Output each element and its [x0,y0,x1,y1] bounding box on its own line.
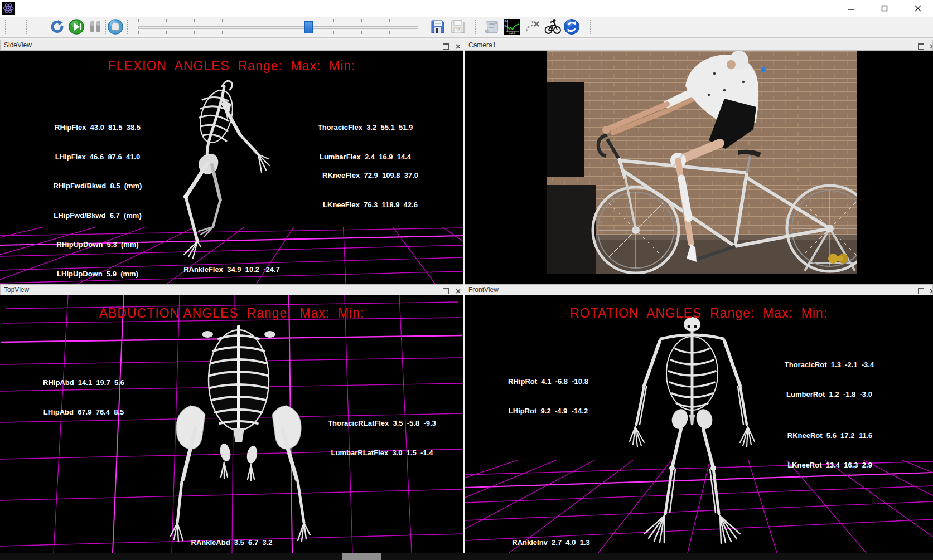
sync-icon[interactable] [563,18,580,35]
svg-text:?: ? [456,27,460,33]
rotation-heading: ROTATION ANGLES Range: Max: Min: [465,306,933,321]
measurement-line: RAnkleAbd 3.5 6.7 3.2 [0,538,463,548]
maximize-icon[interactable] [872,0,897,17]
measurement-line: LHipFwd/Bkwd 6.7 (mm) [28,211,167,221]
float-panel-icon[interactable] [918,288,924,294]
frontview-3d-viewport[interactable]: ROTATION ANGLES Range: Max: Min: RHipRot… [465,295,933,553]
hip-rot-measurements: RHipRot 4.1 -6.8 -10.8 LHipRot 9.2 -4.9 … [498,357,598,435]
camera-led [761,67,766,72]
atom-icon [2,2,15,15]
close-icon[interactable] [905,0,931,17]
toolbar-grip[interactable] [590,20,593,34]
panel-title: SideView [4,41,32,49]
panel-header-topview[interactable]: TopView [0,284,463,295]
ankle-flex-measurements: RAnkleFlex 34.9 10.2 -24.7 LAnkleFlex 32… [0,245,463,284]
measurement-line: RAnkleFlex 34.9 10.2 -24.7 [0,265,463,275]
toolbar: ? 0.4 0.2 1 2 3 [0,17,933,38]
trunk-rot-measurements: ThoracicRot 1.3 -2.1 -3.4 LumberRot 1.2 … [779,340,879,418]
dark-equipment [547,82,584,177]
float-panel-icon[interactable] [443,43,449,50]
ankle-abd-measurements: RAnkleAbd 3.5 6.7 3.2 LAnkleAbd 6.0 7.1 … [0,518,463,553]
toolbar-grip[interactable] [127,20,129,34]
float-panel-icon[interactable] [918,43,924,50]
rider-face [727,60,736,69]
measurement-line: LKneeFlex 76.3 118.9 42.6 [306,200,434,210]
measurement-line: LKneeRot 13.4 16.3 2.9 [780,460,880,470]
title-bar[interactable] [0,0,933,17]
play-icon[interactable] [68,18,85,35]
report-icon[interactable] [483,18,500,35]
stop-icon[interactable] [107,18,124,35]
float-panel-icon[interactable] [443,288,449,294]
minimize-icon[interactable] [838,0,864,17]
save-icon[interactable] [429,18,446,35]
toolbar-grip[interactable] [26,20,28,34]
cyclist-icon[interactable] [544,18,561,35]
measurement-line: LHipFlex 46.6 87.6 41.0 [28,152,167,162]
camera-video-frame [547,51,857,274]
taskbar-item[interactable] [342,553,381,560]
measurement-line: RAnkleInv 2.7 4.0 1.3 [501,538,601,548]
application-window: ? 0.4 0.2 1 2 3 [0,0,933,560]
measurement-line: RKneeRot 5.6 17.2 11.6 [780,431,880,441]
svg-text:0.4: 0.4 [505,20,509,23]
panel-title: TopView [4,286,29,294]
trunk-latflex-measurements: ThoracicRLatFlex 3.5 -5.8 -9.3 LumbarRLa… [312,399,452,477]
replay-icon[interactable] [49,18,66,35]
measurement-line: RHipRot 4.1 -6.8 -10.8 [498,377,598,387]
measurement-line: LumbarRLatFlex 3.0 1.5 -1.4 [312,448,452,458]
measurement-line: RHipFlex 43.0 81.5 38.5 [28,123,167,133]
panel-header-frontview[interactable]: FrontView [465,284,933,295]
panel-header-sideview[interactable]: SideView [0,40,463,51]
panel-title: Camera1 [468,41,496,49]
measurement-line: ThoracicRot 1.3 -2.1 -3.4 [779,360,879,370]
close-panel-icon[interactable] [455,287,461,293]
flexion-heading: FLEXION ANGLES Range: Max: Min: [0,59,463,74]
knee-flex-measurements: RKneeFlex 72.9 109.8 37.0 LKneeFlex 76.3… [306,151,434,229]
close-panel-icon[interactable] [929,42,933,48]
chart-icon[interactable]: 0.4 0.2 1 2 3 [504,18,520,35]
measurement-line: RHipFwd/Bkwd 8.5 (mm) [28,181,167,191]
sideview-3d-viewport[interactable]: FLEXION ANGLES Range: Max: Min: RHipFlex… [0,51,463,284]
measurement-line: RHipAbd 14.1 19.7 5.6 [25,378,142,388]
panel-title: FrontView [468,286,499,294]
save-as-icon[interactable]: ? [449,18,466,35]
svg-text:1 2 3: 1 2 3 [509,32,515,35]
pause-icon[interactable] [87,18,104,35]
panel-header-camera1[interactable]: Camera1 [465,40,933,51]
measurement-line: RKneeFlex 72.9 109.8 37.0 [306,171,434,181]
close-panel-icon[interactable] [929,287,933,293]
svg-text:0.2: 0.2 [505,25,509,27]
measurement-line: LHipAbd 67.9 76.4 8.5 [25,407,142,417]
slider-ticks-bottom [138,31,417,34]
slider-ticks-top [138,19,417,22]
topview-3d-viewport[interactable]: ABDUCTION ANGLES Range: Max: Min: RHipAb… [0,295,463,553]
ankle-inv-measurements: RAnkleInv 2.7 4.0 1.3 LAnkleInv 6.2 3.6 … [501,518,601,553]
timeline-slider[interactable] [138,26,418,29]
camera1-video-viewport[interactable] [465,51,933,284]
measurement-line: ThoracicRLatFlex 3.5 -5.8 -9.3 [312,418,452,428]
hip-abd-measurements: RHipAbd 14.1 19.7 5.6 LHipAbd 67.9 76.4 … [25,358,142,436]
clear-path-icon[interactable] [524,18,541,35]
close-panel-icon[interactable] [455,42,461,48]
measurement-line: LHipRot 9.2 -4.9 -14.2 [498,406,598,416]
toolbar-grip[interactable] [475,20,478,34]
measurement-line: ThoracicFlex 3.2 55.1 51.9 [307,123,424,133]
knee-rot-measurements: RKneeRot 5.6 17.2 11.6 LKneeRot 13.4 16.… [780,411,880,489]
toolbar-grip[interactable] [5,20,8,34]
bottom-taskbar-strip [0,553,933,560]
measurement-line: LumberRot 1.2 -1.8 -3.0 [779,389,879,400]
abduction-heading: ABDUCTION ANGLES Range: Max: Min: [0,306,463,321]
slider-handle[interactable] [304,21,313,33]
